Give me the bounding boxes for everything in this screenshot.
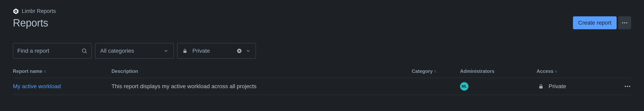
svg-point-7: [82, 49, 86, 52]
row-more-actions-button[interactable]: [624, 83, 631, 90]
page-header: Reports Create report: [13, 16, 631, 29]
svg-rect-9: [183, 51, 186, 53]
category-select[interactable]: All categories: [95, 43, 174, 59]
chevron-down-icon: [164, 48, 169, 53]
column-header-category[interactable]: Category ↑↓: [412, 68, 460, 74]
avatar[interactable]: ML: [460, 82, 468, 91]
page-title: Reports: [13, 17, 48, 29]
svg-line-8: [86, 52, 86, 53]
sort-icon: ↑↓: [434, 69, 436, 73]
column-header-actions: [609, 68, 631, 74]
svg-rect-13: [539, 86, 542, 89]
table-row: My active workload This report displays …: [13, 78, 631, 95]
chevron-down-icon: [246, 48, 251, 53]
svg-point-15: [627, 86, 628, 87]
lock-icon: [538, 83, 544, 89]
report-description: This report displays my active workload …: [112, 83, 412, 90]
breadcrumb: Limbr Reports: [13, 8, 631, 14]
clear-filter-icon[interactable]: [237, 48, 242, 53]
svg-point-4: [622, 22, 623, 23]
reports-table: Report name ↑↓ Description Category ↑↓ A…: [13, 68, 631, 95]
report-access-label: Private: [548, 83, 566, 90]
report-name-link[interactable]: My active workload: [13, 83, 61, 90]
column-header-name-label: Report name: [13, 68, 42, 74]
svg-point-5: [624, 22, 625, 23]
column-header-access[interactable]: Access ↑↓: [536, 68, 609, 74]
app-logo-icon: [13, 8, 19, 14]
search-icon: [81, 48, 87, 54]
column-header-administrators: Administrators: [460, 68, 536, 74]
search-input[interactable]: [17, 48, 81, 54]
filters: All categories Private: [13, 43, 631, 59]
sort-icon: ↑↓: [44, 69, 46, 73]
column-header-category-label: Category: [412, 68, 433, 74]
create-report-button[interactable]: Create report: [573, 16, 617, 29]
breadcrumb-label[interactable]: Limbr Reports: [22, 8, 56, 14]
access-filter-chip[interactable]: Private: [177, 43, 256, 59]
lock-icon: [182, 48, 188, 53]
table-header: Report name ↑↓ Description Category ↑↓ A…: [13, 68, 631, 78]
category-select-label: All categories: [100, 48, 134, 54]
sort-icon: ↑↓: [555, 69, 557, 73]
svg-point-16: [629, 86, 630, 87]
more-horizontal-icon: [621, 19, 628, 26]
access-filter-label: Private: [192, 48, 210, 54]
svg-point-3: [15, 11, 16, 12]
column-header-description: Description: [112, 68, 412, 74]
svg-point-14: [625, 86, 626, 87]
search-input-wrapper: [13, 43, 92, 59]
column-header-access-label: Access: [536, 68, 554, 74]
column-header-name[interactable]: Report name ↑↓: [13, 68, 112, 74]
more-actions-button[interactable]: [618, 16, 631, 29]
header-actions: Create report: [573, 16, 631, 29]
svg-point-6: [626, 22, 627, 23]
